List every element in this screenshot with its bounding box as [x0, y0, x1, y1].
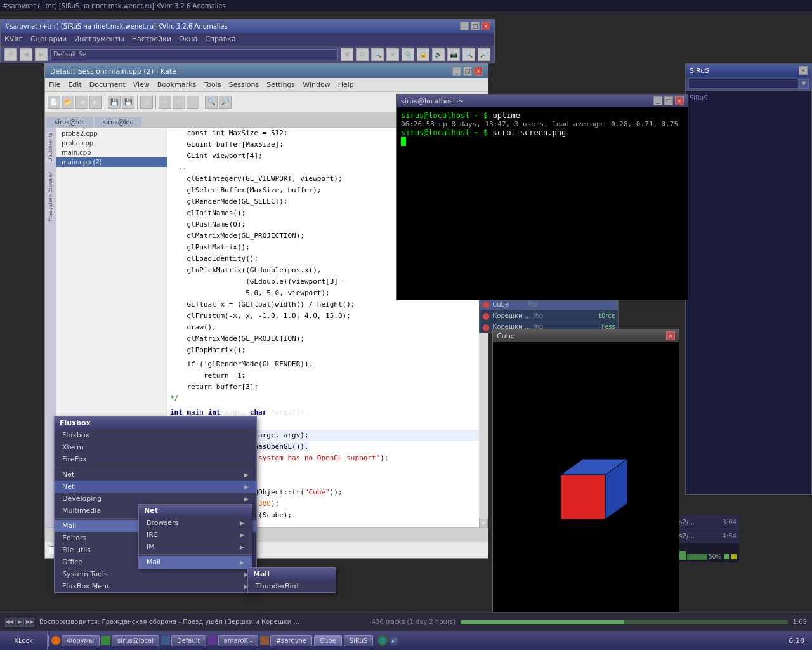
- tb-find2[interactable]: 🔎: [219, 96, 232, 109]
- scroll-down[interactable]: ▼: [479, 519, 488, 527]
- music-progress[interactable]: [461, 620, 787, 624]
- sirius-search-input[interactable]: [688, 79, 799, 89]
- sys-icon-1[interactable]: 🌐: [377, 635, 388, 646]
- menu-help-kate[interactable]: Help: [338, 81, 354, 89]
- menu-bookmarks[interactable]: Bookmarks: [157, 81, 196, 89]
- tb-icon-7[interactable]: ★: [386, 48, 399, 61]
- sidebar-fs-label[interactable]: Filesystem Browser: [46, 167, 55, 226]
- tb-cut[interactable]: ✂: [159, 96, 171, 109]
- menu-tools[interactable]: Инструменты: [74, 35, 124, 43]
- file-item-main[interactable]: main.cpp: [56, 148, 167, 157]
- taskbar-btn-sirius-kv[interactable]: SiRuS: [344, 635, 373, 646]
- menu-systemtools[interactable]: System Tools ▶: [55, 568, 256, 580]
- cube-close[interactable]: ×: [666, 331, 675, 340]
- menu-view[interactable]: View: [133, 81, 150, 89]
- menu-developing[interactable]: Developing ▶: [55, 493, 256, 505]
- net-im[interactable]: IM ▶: [139, 541, 252, 553]
- tb-save2[interactable]: 💾: [122, 96, 134, 109]
- menu-firefox[interactable]: FireFox: [55, 453, 256, 465]
- taskbar-btn-cube[interactable]: Cube: [314, 635, 342, 646]
- tb-icon-10[interactable]: 🔊: [432, 48, 445, 61]
- tb-icon-13[interactable]: 🔎: [478, 48, 490, 61]
- tb-icon-1[interactable]: ⊞: [4, 48, 17, 61]
- sidebar-documents-label[interactable]: Documents: [46, 128, 55, 167]
- kvirc-maximize[interactable]: □: [471, 22, 480, 30]
- taskbar-btn-amarok[interactable]: amaroK -: [218, 635, 258, 646]
- net-browsers[interactable]: Browsers ▶: [139, 517, 252, 529]
- channel-row-koreshki1[interactable]: ● Корешки ... /ho t0rce: [480, 310, 618, 322]
- menu-edit[interactable]: Edit: [68, 81, 81, 89]
- taskbar-btn-sirus[interactable]: sirus@local: [112, 635, 159, 646]
- menu-tools[interactable]: Tools: [204, 81, 221, 89]
- terminal-minimize[interactable]: _: [653, 96, 662, 105]
- tb-icon-3[interactable]: ▶: [35, 48, 48, 61]
- sirius-search-btn[interactable]: ▼: [799, 79, 809, 89]
- tab-sirus-1[interactable]: sirus@loc: [46, 117, 93, 127]
- tb-back[interactable]: ◀: [75, 96, 88, 109]
- kvirc-input[interactable]: Default Se: [50, 49, 338, 60]
- tb-icon-8[interactable]: 📎: [402, 48, 414, 61]
- tab-sirus-2[interactable]: sirus@loc: [95, 117, 141, 127]
- tb-save[interactable]: 💾: [108, 96, 121, 109]
- kvirc-close[interactable]: ×: [481, 22, 490, 30]
- menu-scenarios[interactable]: Сценарии: [30, 35, 67, 43]
- tb-find[interactable]: 🔍: [205, 96, 218, 109]
- file-item-proba[interactable]: proba.cpp: [56, 138, 167, 148]
- net-mail[interactable]: Mail ▶: [139, 556, 252, 568]
- sirius-close[interactable]: ×: [799, 66, 808, 75]
- tb-icon-11[interactable]: 📷: [447, 48, 460, 61]
- xlock-label[interactable]: XLock: [14, 637, 33, 644]
- tb-icon-2[interactable]: ◀: [20, 48, 32, 61]
- tb-new[interactable]: 📄: [48, 96, 60, 109]
- tb-icon-4[interactable]: ▼: [341, 48, 353, 61]
- menu-fluxbox[interactable]: Fluxbox: [55, 429, 256, 441]
- tb-icon-5[interactable]: ⚙: [356, 48, 369, 61]
- menu-settings-kate[interactable]: Settings: [266, 81, 295, 89]
- music-prev[interactable]: ◀◀: [5, 618, 14, 627]
- channel-row-cube[interactable]: ● Cube /ho: [480, 299, 618, 310]
- menu-kvirc[interactable]: КVIrc: [4, 35, 23, 43]
- terminal-maximize[interactable]: □: [664, 96, 673, 105]
- taskbar-btn-forums[interactable]: Форумы: [62, 635, 100, 646]
- taskbar-btn-sarovne[interactable]: #sarovne: [270, 635, 312, 646]
- eq-icon-1[interactable]: [724, 554, 729, 559]
- menu-document[interactable]: Document: [89, 81, 126, 89]
- kvirc-controls[interactable]: _ □ ×: [460, 22, 490, 30]
- sys-icon-2[interactable]: 🔊: [389, 635, 399, 646]
- music-play[interactable]: ▶: [15, 618, 24, 627]
- tb-icon-6[interactable]: 🔍: [371, 48, 384, 61]
- tb-open[interactable]: 📂: [62, 96, 74, 109]
- mail-thunderbird[interactable]: ThunderBird: [248, 580, 336, 592]
- tb-icon-9[interactable]: 🔒: [417, 48, 429, 61]
- menu-windows[interactable]: Окна: [179, 35, 197, 43]
- menu-net-1[interactable]: Net ▶: [55, 468, 256, 481]
- net-irc[interactable]: IRC ▶: [139, 529, 252, 541]
- tb-undo[interactable]: ↩: [173, 96, 185, 109]
- terminal-close[interactable]: ×: [675, 96, 684, 105]
- menu-sessions[interactable]: Sessions: [228, 81, 259, 89]
- menu-settings[interactable]: Настройки: [132, 35, 171, 43]
- file-item-main2[interactable]: main.cpp (2): [56, 157, 167, 167]
- kate-maximize[interactable]: □: [463, 67, 472, 76]
- tb-redo[interactable]: ↪: [187, 96, 199, 109]
- music-next[interactable]: ▶▶: [25, 618, 34, 627]
- eq-icon-2[interactable]: [731, 554, 737, 559]
- taskbar-btn-default[interactable]: Default: [171, 635, 206, 646]
- menu-file[interactable]: File: [49, 81, 60, 89]
- kate-controls[interactable]: _ □ ×: [452, 67, 483, 76]
- menu-fluxboxmenu[interactable]: FluxBox Menu ▶: [55, 580, 256, 592]
- terminal-controls[interactable]: _ □ ×: [653, 96, 684, 105]
- kate-minimize[interactable]: _: [452, 67, 461, 76]
- tb-print[interactable]: 🖨: [140, 96, 153, 109]
- menu-window[interactable]: Window: [303, 81, 330, 89]
- tb-icon-12[interactable]: 🔍: [462, 48, 475, 61]
- menu-help[interactable]: Справка: [205, 35, 235, 43]
- file-item-proba2[interactable]: proba2.cpp: [56, 128, 167, 138]
- tb-fwd[interactable]: ▶: [89, 96, 102, 109]
- kate-close[interactable]: ×: [474, 67, 483, 76]
- kvirc-minimize[interactable]: _: [460, 22, 469, 30]
- menu-net-2[interactable]: Net ▶: [55, 481, 256, 493]
- cube-controls[interactable]: ×: [666, 331, 675, 340]
- sirius-controls[interactable]: ×: [799, 66, 808, 75]
- menu-xterm[interactable]: Xterm: [55, 441, 256, 453]
